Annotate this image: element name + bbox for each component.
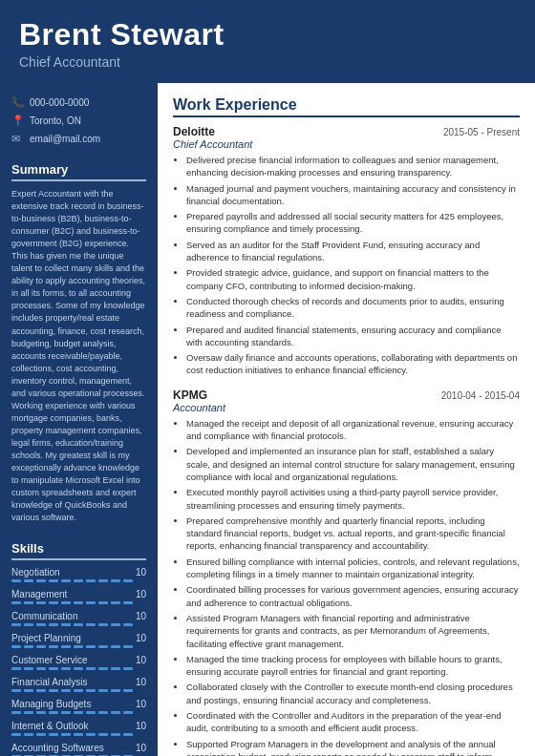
skill-dot bbox=[74, 623, 83, 626]
contact-section: 📞 000-000-0000 📍 Toronto, ON ✉ email@mai… bbox=[11, 96, 146, 145]
skill-dot bbox=[86, 733, 96, 736]
phone-value: 000-000-0000 bbox=[30, 97, 89, 108]
skill-dot bbox=[123, 711, 133, 714]
job-bullets: Delivered precise financial information … bbox=[173, 154, 520, 377]
skill-dot bbox=[98, 733, 108, 736]
skill-dot bbox=[98, 689, 108, 692]
skill-label: Customer Service10 bbox=[11, 655, 146, 665]
job-bullet: Coordinated billing processes for variou… bbox=[186, 583, 520, 609]
phone-item: 📞 000-000-0000 bbox=[11, 96, 146, 109]
skill-dot bbox=[49, 733, 58, 736]
work-experience-title: Work Experience bbox=[173, 96, 520, 117]
skill-item: Internet & Outlook10 bbox=[11, 721, 146, 736]
job-bullet: Provided strategic advice, guidance, and… bbox=[186, 266, 520, 292]
skill-dot bbox=[111, 645, 120, 648]
location-icon: 📍 bbox=[11, 115, 25, 127]
skill-dot bbox=[123, 667, 133, 670]
skill-dot bbox=[49, 645, 58, 648]
job-block: KPMG 2010-04 - 2015-04 AccountantManaged… bbox=[173, 388, 520, 756]
skills-title: Skills bbox=[11, 541, 146, 560]
skill-dot bbox=[111, 623, 120, 626]
job-title: Chief Accountant bbox=[173, 138, 520, 150]
skill-dots bbox=[11, 667, 146, 670]
resume-container: Brent Stewart Chief Accountant 📞 000-000… bbox=[0, 0, 535, 756]
job-bullet: Collaborated closely with the Controller… bbox=[186, 681, 520, 706]
skill-dot bbox=[61, 645, 71, 648]
skill-dot bbox=[86, 645, 96, 648]
skill-dot bbox=[49, 689, 58, 692]
skill-dots bbox=[11, 579, 146, 582]
skill-dot bbox=[111, 711, 120, 714]
skill-dot bbox=[98, 711, 108, 714]
skill-label: Accounting Softwares10 bbox=[11, 743, 146, 753]
skill-dot bbox=[49, 667, 58, 670]
skill-dots bbox=[11, 689, 146, 692]
job-title: Accountant bbox=[173, 402, 520, 413]
job-bullet: Prepared and audited financial statement… bbox=[186, 324, 520, 349]
skill-item: Managing Budgets10 bbox=[11, 699, 146, 714]
skill-label: Internet & Outlook10 bbox=[11, 721, 146, 731]
skill-label: Managing Budgets10 bbox=[11, 699, 146, 709]
skill-dot bbox=[74, 645, 83, 648]
sidebar: 📞 000-000-0000 📍 Toronto, ON ✉ email@mai… bbox=[0, 83, 158, 756]
skill-dot bbox=[49, 711, 58, 714]
skill-dot bbox=[98, 645, 108, 648]
skill-dot bbox=[11, 579, 21, 582]
job-company: KPMG bbox=[173, 388, 207, 402]
skill-dot bbox=[11, 733, 21, 736]
skill-dot bbox=[61, 689, 71, 692]
skill-dot bbox=[86, 689, 96, 692]
email-icon: ✉ bbox=[11, 133, 25, 145]
skill-label: Management10 bbox=[11, 589, 146, 599]
job-bullet: Delivered precise financial information … bbox=[186, 154, 520, 179]
skill-dot bbox=[36, 579, 46, 582]
skill-dot bbox=[11, 689, 21, 692]
skill-dot bbox=[24, 733, 33, 736]
skill-dot bbox=[123, 601, 133, 604]
skill-dot bbox=[11, 623, 21, 626]
job-bullet: Developed and implemented an insurance p… bbox=[186, 445, 520, 483]
skill-dot bbox=[11, 601, 21, 604]
skill-dot bbox=[49, 601, 58, 604]
skill-dot bbox=[24, 623, 33, 626]
skill-dots bbox=[11, 645, 146, 648]
candidate-title: Chief Accountant bbox=[19, 54, 516, 70]
skill-item: Accounting Softwares10 bbox=[11, 743, 146, 756]
skill-dot bbox=[49, 579, 58, 582]
skill-dot bbox=[24, 667, 33, 670]
skill-item: Customer Service10 bbox=[11, 655, 146, 670]
summary-text: Expert Accountant with the extensive tra… bbox=[11, 188, 146, 524]
skills-section: Skills Negotiation10Management10Communic… bbox=[11, 541, 146, 756]
summary-title: Summary bbox=[11, 162, 146, 181]
skill-item: Communication10 bbox=[11, 611, 146, 626]
skill-item: Management10 bbox=[11, 589, 146, 604]
job-bullet: Managed journal and payment vouchers, ma… bbox=[186, 182, 520, 208]
skill-dot bbox=[123, 733, 133, 736]
header: Brent Stewart Chief Accountant bbox=[0, 0, 535, 83]
skill-dot bbox=[111, 579, 120, 582]
skill-label: Financial Analysis10 bbox=[11, 677, 146, 687]
location-item: 📍 Toronto, ON bbox=[11, 115, 146, 127]
skill-dot bbox=[86, 601, 96, 604]
skill-dot bbox=[111, 689, 120, 692]
job-header: Deloitte 2015-05 - Present bbox=[173, 125, 520, 138]
email-value: email@mail.com bbox=[30, 134, 100, 144]
skill-dot bbox=[61, 601, 71, 604]
body: 📞 000-000-0000 📍 Toronto, ON ✉ email@mai… bbox=[0, 83, 535, 756]
skill-dot bbox=[111, 733, 120, 736]
skill-item: Negotiation10 bbox=[11, 567, 146, 582]
job-bullet: Supported Program Managers in the develo… bbox=[186, 738, 520, 756]
job-bullet: Executed monthly payroll activities usin… bbox=[186, 486, 520, 512]
skill-dot bbox=[98, 579, 108, 582]
skill-dot bbox=[11, 711, 21, 714]
skill-dot bbox=[98, 667, 108, 670]
skill-dot bbox=[36, 601, 46, 604]
skill-dot bbox=[61, 623, 71, 626]
job-bullet: Prepared comprehensive monthly and quart… bbox=[186, 514, 520, 553]
skill-dot bbox=[24, 579, 33, 582]
skill-dot bbox=[74, 711, 83, 714]
skill-dot bbox=[98, 601, 108, 604]
skill-dot bbox=[36, 645, 46, 648]
skill-dot bbox=[24, 711, 33, 714]
skill-dots bbox=[11, 623, 146, 626]
